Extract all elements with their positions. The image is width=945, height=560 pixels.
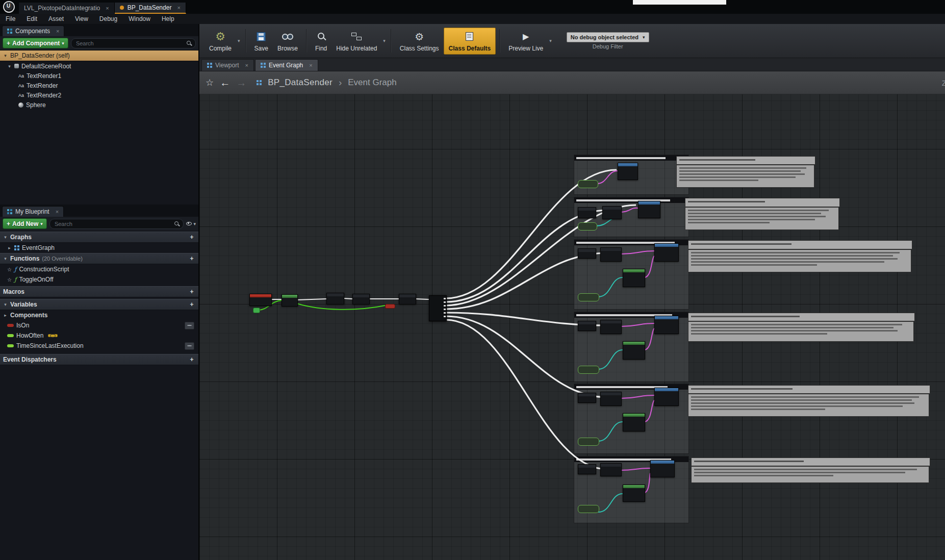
- section-event-dispatchers[interactable]: Event Dispatchers +: [0, 354, 198, 365]
- note-body[interactable]: [688, 394, 929, 417]
- component-row-sphere[interactable]: Sphere: [0, 100, 198, 110]
- variable-getter-node[interactable]: [578, 180, 598, 188]
- row-variable-timesincelastexecution[interactable]: TimeSinceLastExecution: [0, 341, 198, 351]
- close-icon[interactable]: ×: [56, 28, 59, 34]
- browse-button[interactable]: Browse: [273, 28, 302, 54]
- asset-tab-bp-datasender[interactable]: BP_DataSender ×: [115, 3, 186, 14]
- graph-node[interactable]: [600, 463, 622, 476]
- find-button[interactable]: Find: [311, 28, 331, 54]
- pure-function-node[interactable]: [623, 413, 645, 431]
- menu-window[interactable]: Window: [123, 15, 156, 22]
- menu-edit[interactable]: Edit: [21, 15, 43, 22]
- components-search[interactable]: [71, 38, 196, 48]
- sequence-node[interactable]: [429, 295, 447, 321]
- asset-tab-level[interactable]: LVL_PixotopeDataIntegratio ×: [19, 3, 115, 14]
- variable-getter-node[interactable]: [578, 366, 599, 374]
- variable-getter-node[interactable]: [578, 438, 599, 446]
- note-body[interactable]: [676, 165, 814, 188]
- graph-node[interactable]: [326, 293, 344, 304]
- close-icon[interactable]: ×: [245, 62, 248, 68]
- event-node[interactable]: [249, 294, 272, 306]
- pure-function-node[interactable]: [623, 341, 645, 360]
- function-node[interactable]: [282, 294, 298, 307]
- row-toggleonoff[interactable]: ☆ ƒ ToggleOnOff: [0, 274, 198, 285]
- eye-closed-toggle[interactable]: [185, 342, 194, 350]
- debug-object-select[interactable]: No debug object selected ▾: [567, 32, 649, 42]
- graph-node[interactable]: [600, 392, 622, 406]
- preview-live-button[interactable]: ▶ Preview Live: [504, 28, 548, 54]
- variable-getter-node[interactable]: [578, 505, 599, 513]
- graph-node[interactable]: [578, 321, 596, 331]
- eye-open-toggle[interactable]: [48, 334, 58, 337]
- note-title[interactable]: [691, 457, 930, 466]
- compile-button[interactable]: ⚙ Compile: [205, 28, 236, 54]
- note-title[interactable]: [688, 385, 930, 394]
- class-settings-button[interactable]: ⚙ Class Settings: [395, 28, 444, 54]
- graph-node[interactable]: [578, 393, 596, 403]
- compile-options-caret[interactable]: ▾: [236, 38, 242, 43]
- expander-icon[interactable]: ▾: [3, 53, 8, 58]
- menu-debug[interactable]: Debug: [94, 15, 123, 22]
- component-row-defaultsceneroot[interactable]: ▾ DefaultSceneRoot: [0, 61, 198, 71]
- graph-node[interactable]: [578, 464, 596, 474]
- tab-my-blueprint[interactable]: My Blueprint ×: [2, 206, 64, 217]
- section-variables[interactable]: ▾ Variables +: [0, 299, 198, 310]
- menu-file[interactable]: File: [0, 15, 21, 22]
- bool-getter-node[interactable]: [385, 304, 395, 309]
- graph-node[interactable]: [578, 248, 596, 259]
- pure-function-node[interactable]: [623, 269, 645, 287]
- visibility-filter-button[interactable]: ▾: [186, 221, 196, 226]
- component-row-self[interactable]: ▾ BP_DataSender (self): [0, 50, 198, 61]
- close-icon[interactable]: ×: [177, 5, 180, 11]
- function-call-node[interactable]: [638, 201, 660, 218]
- close-icon[interactable]: ×: [56, 209, 59, 215]
- note-title[interactable]: [676, 156, 815, 165]
- note-title[interactable]: [688, 313, 915, 321]
- graph-node[interactable]: [600, 320, 622, 334]
- note-body[interactable]: [688, 249, 911, 272]
- row-components-group[interactable]: ▸ Components: [0, 310, 198, 320]
- row-variable-ison[interactable]: IsOn: [0, 320, 198, 330]
- close-icon[interactable]: ×: [106, 5, 109, 11]
- myblueprint-search[interactable]: [49, 219, 184, 229]
- row-eventgraph[interactable]: ▸ EventGraph: [0, 243, 198, 253]
- menu-view[interactable]: View: [69, 15, 94, 22]
- function-call-node[interactable]: [618, 163, 638, 180]
- graph-node[interactable]: [602, 206, 622, 219]
- function-call-node[interactable]: [650, 460, 675, 477]
- add-variable-button[interactable]: +: [188, 301, 195, 308]
- add-new-button[interactable]: + Add New ▾: [3, 218, 47, 229]
- variable-getter-node[interactable]: [578, 293, 599, 301]
- hide-unrelated-caret[interactable]: ▾: [381, 38, 387, 43]
- component-row-textrender[interactable]: Aa TextRender: [0, 81, 198, 90]
- event-graph-canvas[interactable]: ☆ ← → BP_DataSender › Event Graph Z: [199, 71, 945, 560]
- expander-icon[interactable]: ▾: [3, 256, 8, 261]
- function-call-node[interactable]: [654, 316, 679, 334]
- menu-help[interactable]: Help: [156, 15, 180, 22]
- hide-unrelated-button[interactable]: Hide Unrelated: [331, 28, 381, 54]
- nav-forward-icon[interactable]: →: [236, 77, 246, 89]
- save-button[interactable]: Save: [250, 28, 273, 54]
- component-row-textrender1[interactable]: Aa TextRender1: [0, 71, 198, 81]
- add-graph-button[interactable]: +: [188, 234, 195, 241]
- pure-function-node[interactable]: [623, 485, 645, 502]
- row-constructionscript[interactable]: ☆ ƒ ConstructionScript: [0, 264, 198, 274]
- breadcrumb-root[interactable]: BP_DataSender: [268, 78, 333, 88]
- expander-icon[interactable]: ▾: [3, 235, 8, 240]
- component-row-textrender2[interactable]: Aa TextRender2: [0, 90, 198, 100]
- note-title[interactable]: [688, 240, 912, 249]
- tab-event-graph[interactable]: Event Graph ×: [255, 59, 318, 71]
- note-body[interactable]: [691, 466, 929, 483]
- section-macros[interactable]: Macros +: [0, 286, 198, 297]
- nav-back-icon[interactable]: ←: [220, 77, 230, 89]
- eye-closed-toggle[interactable]: [185, 322, 194, 329]
- function-call-node[interactable]: [654, 243, 679, 262]
- graph-node[interactable]: [600, 247, 622, 262]
- components-search-input[interactable]: [75, 40, 187, 47]
- add-component-button[interactable]: + Add Component ▾: [3, 38, 68, 48]
- graph-node[interactable]: [578, 207, 596, 218]
- note-body[interactable]: [688, 321, 914, 342]
- variable-get-node[interactable]: [253, 308, 260, 313]
- close-icon[interactable]: ×: [309, 62, 312, 68]
- add-function-button[interactable]: +: [188, 255, 195, 262]
